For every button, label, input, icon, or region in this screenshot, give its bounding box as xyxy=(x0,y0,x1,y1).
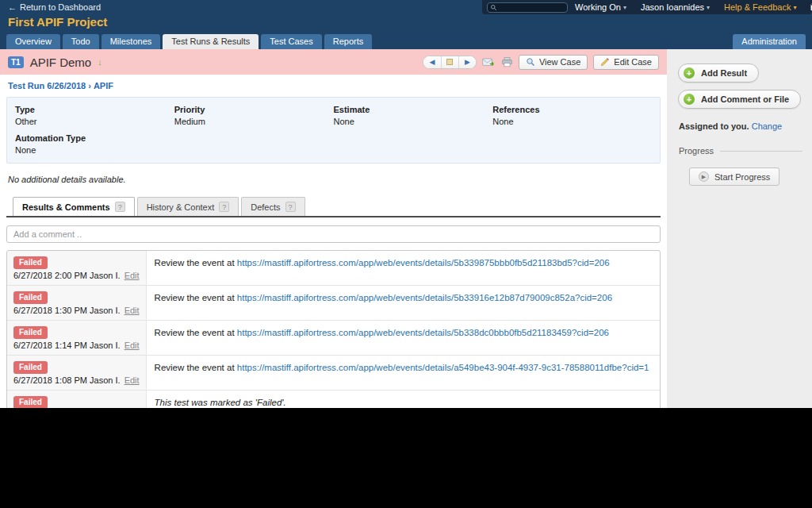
back-arrow-icon: ← xyxy=(8,2,17,12)
prev-case-button[interactable]: ◀ xyxy=(423,56,441,68)
tab-defects[interactable]: Defects? xyxy=(241,197,304,216)
result-status-cell: Failed 6/26/2018 8:38 PM Jason I. Edit xyxy=(7,391,147,408)
search-box[interactable] xyxy=(487,2,568,13)
result-meta: 6/27/2018 1:08 PM Jason I. Edit xyxy=(13,375,140,385)
chevron-down-icon: ▾ xyxy=(623,4,626,11)
plus-icon: + xyxy=(684,67,695,79)
magnifier-icon xyxy=(526,57,535,67)
search-icon xyxy=(490,4,497,11)
user-menu[interactable]: Jason Ioannides▾ xyxy=(641,2,710,12)
result-meta: 6/27/2018 1:14 PM Jason I. Edit xyxy=(13,341,140,350)
help-icon[interactable]: ? xyxy=(285,202,296,212)
result-content: Review the event at https://mastiff.apif… xyxy=(147,286,660,320)
play-icon: ▶ xyxy=(699,171,709,182)
content-tabs: Results & Comments? History & Context? D… xyxy=(6,197,661,217)
result-content: This test was marked as 'Failed'. xyxy=(147,391,660,408)
tab-history-context[interactable]: History & Context? xyxy=(137,197,239,216)
search-input[interactable] xyxy=(499,3,565,12)
result-status-cell: Failed 6/27/2018 1:14 PM Jason I. Edit xyxy=(7,321,147,355)
utility-panel: Working On▾ Jason Ioannides▾ Help & Feed… xyxy=(482,0,812,14)
chevron-down-icon: ▾ xyxy=(793,4,796,11)
test-id-badge: T1 xyxy=(8,56,24,68)
result-row: Failed 6/27/2018 2:00 PM Jason I. Edit R… xyxy=(7,251,660,286)
results-list: Failed 6/27/2018 2:00 PM Jason I. Edit R… xyxy=(6,250,661,408)
add-comment-input[interactable] xyxy=(6,225,661,243)
event-link[interactable]: https://mastiff.apifortress.com/app/web/… xyxy=(237,293,612,302)
app-window: ←Return to Dashboard Working On▾ Jason I… xyxy=(0,0,812,408)
status-badge: Failed xyxy=(13,361,48,374)
case-details-box: TypeOther PriorityMedium EstimateNone Re… xyxy=(6,97,661,164)
event-link[interactable]: https://mastiff.apifortress.com/app/web/… xyxy=(237,363,649,372)
assigned-row: Assigned to you. Change xyxy=(679,121,802,131)
tab-overview[interactable]: Overview xyxy=(6,34,60,49)
breadcrumb-test-run-link[interactable]: Test Run 6/26/2018 xyxy=(8,81,86,90)
edit-result-link[interactable]: Edit xyxy=(124,271,140,280)
working-on-menu[interactable]: Working On▾ xyxy=(575,2,626,12)
field-estimate: EstimateNone xyxy=(334,105,493,126)
help-icon[interactable]: ? xyxy=(115,202,125,212)
start-progress-button[interactable]: ▶ Start Progress xyxy=(689,167,779,186)
result-status-cell: Failed 6/27/2018 2:00 PM Jason I. Edit xyxy=(7,251,147,285)
add-result-button[interactable]: + Add Result xyxy=(678,64,759,83)
change-assignment-link[interactable]: Change xyxy=(752,121,783,131)
divider xyxy=(720,151,802,152)
email-forward-icon[interactable] xyxy=(482,57,496,67)
chevron-down-icon: ▾ xyxy=(707,4,710,11)
case-toolbar: ◀ ▶ View Case Edit Case xyxy=(423,55,659,70)
edit-case-button[interactable]: Edit Case xyxy=(593,55,659,70)
edit-result-link[interactable]: Edit xyxy=(124,375,140,385)
result-row: Failed 6/27/2018 1:08 PM Jason I. Edit R… xyxy=(7,356,660,391)
right-sidebar: + Add Result + Add Comment or File Assig… xyxy=(667,49,812,408)
page-body: T1 APIF Demo ↓ ◀ ▶ View Case xyxy=(0,49,812,408)
next-case-button[interactable]: ▶ xyxy=(458,56,476,68)
goto-icon[interactable]: ↓ xyxy=(98,57,102,67)
edit-result-link[interactable]: Edit xyxy=(124,341,140,350)
main-content: T1 APIF Demo ↓ ◀ ▶ View Case xyxy=(0,49,667,408)
assigned-text: Assigned to you. xyxy=(679,121,749,131)
help-feedback-menu[interactable]: Help & Feedback▾ xyxy=(724,2,796,12)
view-case-button[interactable]: View Case xyxy=(519,55,588,70)
result-row: Failed 6/27/2018 1:30 PM Jason I. Edit R… xyxy=(7,286,660,321)
result-meta: 6/27/2018 2:00 PM Jason I. Edit xyxy=(13,271,140,280)
progress-section-header: Progress xyxy=(679,146,802,156)
case-list-button[interactable] xyxy=(441,56,458,68)
tab-milestones[interactable]: Milestones xyxy=(102,34,161,49)
result-meta: 6/27/2018 1:30 PM Jason I. Edit xyxy=(13,306,140,315)
status-badge: Failed xyxy=(13,256,48,269)
tab-test-runs-results[interactable]: Test Runs & Results xyxy=(163,34,259,49)
result-status-cell: Failed 6/27/2018 1:30 PM Jason I. Edit xyxy=(7,286,147,320)
result-row: Failed 6/26/2018 8:38 PM Jason I. Edit T… xyxy=(7,391,660,408)
tab-test-cases[interactable]: Test Cases xyxy=(261,34,321,49)
edit-result-link[interactable]: Edit xyxy=(124,306,140,315)
main-nav: Overview Todo Milestones Test Runs & Res… xyxy=(0,32,812,49)
event-link[interactable]: https://mastiff.apifortress.com/app/web/… xyxy=(237,258,610,267)
result-status-cell: Failed 6/27/2018 1:08 PM Jason I. Edit xyxy=(7,356,147,390)
field-type: TypeOther xyxy=(15,105,174,126)
breadcrumb-case-link[interactable]: APIF xyxy=(94,81,113,90)
field-references: ReferencesNone xyxy=(492,105,652,126)
project-title-row: First APIF Project xyxy=(0,14,812,32)
case-pager: ◀ ▶ xyxy=(423,56,477,69)
result-content: Review the event at https://mastiff.apif… xyxy=(147,251,660,285)
square-icon xyxy=(446,59,453,65)
case-header-bar: T1 APIF Demo ↓ ◀ ▶ View Case xyxy=(0,49,667,75)
tab-results-comments[interactable]: Results & Comments? xyxy=(13,197,135,216)
tab-reports[interactable]: Reports xyxy=(324,34,373,49)
help-icon[interactable]: ? xyxy=(219,202,229,212)
project-title: First APIF Project xyxy=(8,15,107,29)
progress-label: Progress xyxy=(679,146,714,156)
add-comment-or-file-button[interactable]: + Add Comment or File xyxy=(678,90,801,109)
status-badge: Failed xyxy=(13,326,48,339)
print-icon[interactable] xyxy=(501,57,513,67)
event-link[interactable]: https://mastiff.apifortress.com/app/web/… xyxy=(237,328,609,337)
return-to-dashboard-link[interactable]: ←Return to Dashboard xyxy=(8,2,101,12)
result-row: Failed 6/27/2018 1:14 PM Jason I. Edit R… xyxy=(7,321,660,356)
utility-row: ←Return to Dashboard Working On▾ Jason I… xyxy=(0,0,812,14)
pencil-icon xyxy=(600,57,610,67)
tab-todo[interactable]: Todo xyxy=(63,34,99,49)
tab-administration[interactable]: Administration xyxy=(733,34,806,49)
case-title: APIF Demo xyxy=(30,56,92,69)
status-badge: Failed xyxy=(13,396,48,408)
field-automation-type: Automation TypeNone xyxy=(15,133,174,155)
top-header: ←Return to Dashboard Working On▾ Jason I… xyxy=(0,0,812,49)
